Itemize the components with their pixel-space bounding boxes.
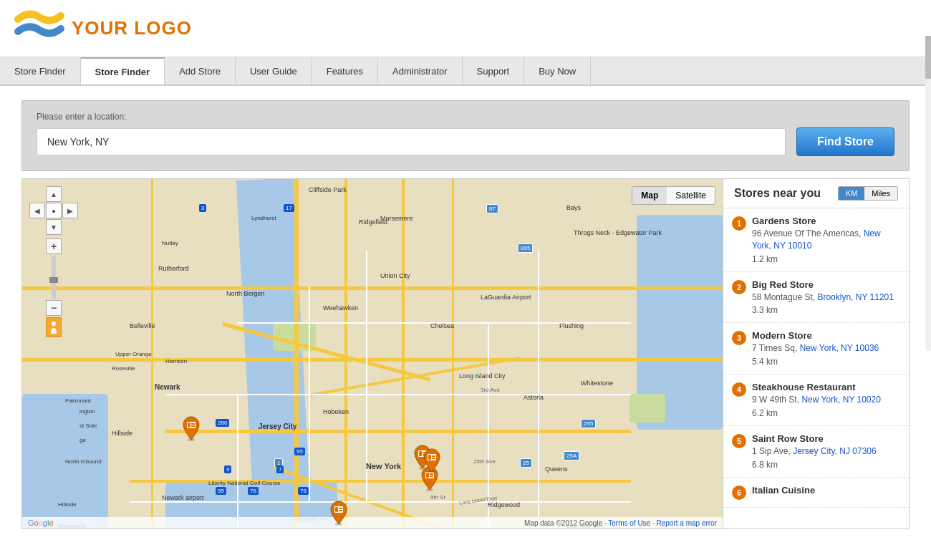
store-distance-3: 5.4 km: [752, 357, 900, 367]
search-label: Please enter a location:: [37, 112, 894, 122]
store-item-4[interactable]: 4 Steakhouse Restaurant 9 W 49th St, New…: [723, 375, 909, 426]
map-footer: Google Map data ©2012 Google · Terms of …: [22, 517, 723, 528]
store-name-4: Steakhouse Restaurant: [752, 382, 900, 392]
main-content: Please enter a location: Find Store: [0, 86, 931, 544]
unit-km-button[interactable]: KM: [839, 187, 865, 200]
map-type-buttons: Map Satellite: [632, 186, 715, 205]
store-sidebar: Stores near you KM Miles 1 Gardens Store…: [723, 178, 910, 529]
store-info-2: Big Red Store 58 Montague St, Brooklyn, …: [752, 279, 900, 316]
pan-left-button[interactable]: ◀: [29, 203, 45, 218]
store-item-1[interactable]: 1 Gardens Store 96 Avenue Of The America…: [723, 208, 909, 272]
report-error-link[interactable]: Report a map error: [657, 519, 717, 527]
street-view-button[interactable]: [46, 317, 62, 337]
svg-rect-23: [432, 455, 435, 457]
svg-rect-9: [339, 510, 342, 511]
svg-rect-24: [432, 458, 435, 459]
zoom-in-button[interactable]: +: [46, 238, 62, 254]
map-type-map-button[interactable]: Map: [632, 187, 667, 204]
logo-area: YOUR LOGO: [14, 9, 192, 48]
svg-rect-7: [335, 507, 338, 512]
nav-item-add-store[interactable]: Add Store: [165, 57, 236, 85]
pan-down-button[interactable]: ▼: [46, 219, 62, 235]
map-controls: ▲ ◀ ● ▶ ▼ + −: [29, 186, 78, 337]
svg-rect-8: [339, 508, 342, 509]
store-info-6: Italian Cuisine: [752, 485, 900, 498]
map-pin-1[interactable]: [181, 415, 201, 443]
store-address-1: 96 Avenue Of The Americas, New York, NY …: [752, 228, 900, 252]
store-list: 1 Gardens Store 96 Avenue Of The America…: [723, 208, 909, 528]
zoom-thumb[interactable]: [49, 277, 58, 283]
store-name-1: Gardens Store: [752, 216, 900, 226]
store-distance-5: 6.8 km: [752, 460, 900, 470]
map-pin-2[interactable]: [329, 500, 349, 528]
store-item-2[interactable]: 2 Big Red Store 58 Montague St, Brooklyn…: [723, 272, 909, 324]
zoom-track: [52, 256, 56, 299]
pan-control: ▲ ◀ ● ▶ ▼: [29, 186, 78, 235]
store-info-3: Modern Store 7 Times Sq, New York, NY 10…: [752, 330, 900, 367]
google-logo: Google: [28, 518, 54, 527]
svg-rect-19: [430, 475, 433, 477]
store-address-5: 1 Sip Ave, Jersey City, NJ 07306: [752, 445, 900, 458]
store-distance-4: 6.2 km: [752, 408, 900, 418]
store-item-5[interactable]: 5 Saint Row Store 1 Sip Ave, Jersey City…: [723, 426, 909, 478]
store-item-6[interactable]: 6 Italian Cuisine: [723, 478, 909, 508]
store-number-1: 1: [732, 216, 746, 231]
svg-point-42: [52, 322, 56, 326]
store-name-6: Italian Cuisine: [752, 485, 900, 496]
store-info-5: Saint Row Store 1 Sip Ave, Jersey City, …: [752, 433, 900, 470]
nav-item-features[interactable]: Features: [312, 57, 378, 85]
store-number-2: 2: [732, 280, 746, 294]
store-distance-2: 3.3 km: [752, 305, 900, 315]
svg-rect-4: [191, 425, 195, 427]
scrollbar-track: [925, 36, 931, 351]
map-section: Newark Jersey City New York North Bergen…: [21, 178, 910, 529]
store-name-5: Saint Row Store: [752, 433, 900, 444]
pan-center-button[interactable]: ●: [46, 203, 62, 218]
zoom-control: + −: [29, 238, 78, 337]
search-row: Find Store: [37, 127, 894, 156]
header: YOUR LOGO: [0, 0, 931, 57]
zoom-out-button[interactable]: −: [46, 300, 62, 316]
store-distance-1: 1.2 km: [752, 254, 900, 264]
store-address-2: 58 Montague St, Brooklyn, NY 11201: [752, 291, 900, 304]
nav-item-store-finder[interactable]: Store Finder: [81, 57, 165, 85]
nav-item-buy-now[interactable]: Buy Now: [524, 57, 591, 85]
store-number-6: 6: [732, 486, 746, 500]
location-input[interactable]: [37, 128, 786, 155]
map-container[interactable]: Newark Jersey City New York North Bergen…: [21, 178, 723, 529]
main-nav: Store Finder Store Finder Add Store User…: [0, 57, 931, 86]
store-item-3[interactable]: 3 Modern Store 7 Times Sq, New York, NY …: [723, 323, 909, 375]
unit-miles-button[interactable]: Miles: [864, 187, 897, 200]
svg-rect-3: [191, 423, 195, 425]
svg-rect-22: [428, 455, 431, 460]
nav-item-support[interactable]: Support: [463, 57, 525, 85]
store-number-4: 4: [732, 382, 746, 397]
map-visual: Newark Jersey City New York North Bergen…: [22, 179, 723, 528]
nav-label: Store Finder: [0, 57, 81, 85]
store-name-3: Modern Store: [752, 330, 900, 341]
terms-of-use-link[interactable]: Terms of Use: [608, 519, 650, 527]
store-number-3: 3: [732, 331, 746, 345]
stores-near-label: Stores near you: [734, 187, 821, 200]
store-address-3: 7 Times Sq, New York, NY 10036: [752, 342, 900, 354]
svg-rect-2: [188, 423, 190, 428]
map-pin-5[interactable]: [422, 448, 442, 475]
search-area: Please enter a location: Find Store: [21, 100, 910, 171]
store-address-4: 9 W 49th St, New York, NY 10020: [752, 394, 900, 406]
sidebar-header: Stores near you KM Miles: [723, 179, 909, 208]
store-name-2: Big Red Store: [752, 279, 900, 290]
logo-text: YOUR LOGO: [72, 17, 192, 39]
store-info-4: Steakhouse Restaurant 9 W 49th St, New Y…: [752, 382, 900, 418]
map-type-satellite-button[interactable]: Satellite: [667, 187, 715, 204]
pan-up-button[interactable]: ▲: [46, 186, 62, 202]
pan-right-button[interactable]: ▶: [62, 203, 78, 218]
nav-item-administrator[interactable]: Administrator: [378, 57, 463, 85]
scrollbar-thumb[interactable]: [925, 36, 931, 79]
map-data-text: Map data ©2012 Google · Terms of Use · R…: [524, 519, 717, 527]
nav-item-user-guide[interactable]: User Guide: [236, 57, 312, 85]
store-number-5: 5: [732, 434, 746, 448]
find-store-button[interactable]: Find Store: [796, 127, 894, 156]
logo-icon: [14, 9, 64, 48]
unit-buttons: KM Miles: [838, 186, 898, 201]
store-info-1: Gardens Store 96 Avenue Of The Americas,…: [752, 216, 900, 264]
